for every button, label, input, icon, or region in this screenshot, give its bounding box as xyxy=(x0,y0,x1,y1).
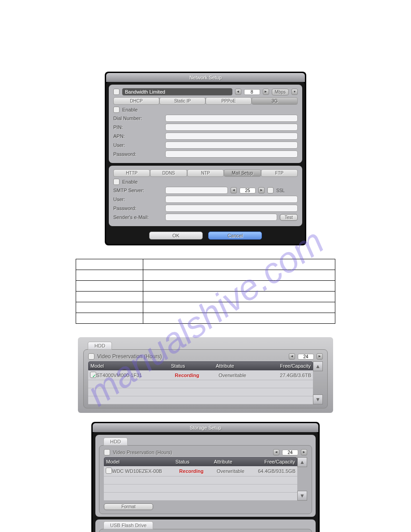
dial-input[interactable] xyxy=(165,115,298,122)
connection-tabs: DHCP Static IP PPPoE 3G xyxy=(113,97,298,105)
cancel-button[interactable]: Cancel xyxy=(208,232,262,240)
enable-mail-checkbox[interactable] xyxy=(113,179,120,185)
description-table xyxy=(76,259,335,324)
scroll-down[interactable]: ▼ xyxy=(297,491,307,501)
format-button[interactable]: Format xyxy=(104,503,153,510)
tab-ftp[interactable]: FTP xyxy=(261,169,298,177)
enable-mail-label: Enable xyxy=(122,179,171,184)
scroll-up[interactable]: ▲ xyxy=(297,457,307,467)
bandwidth-dropdown[interactable]: ▾ xyxy=(291,89,298,95)
user-3g-input[interactable] xyxy=(165,142,298,149)
ok-button[interactable]: OK xyxy=(149,232,203,240)
smtp-input[interactable] xyxy=(165,187,228,194)
apn-label: APN: xyxy=(113,133,163,139)
mail-user-input[interactable] xyxy=(165,196,298,203)
pres2-label: Video Preservation (Hours) xyxy=(113,450,270,455)
bandwidth-up[interactable]: ► xyxy=(263,89,269,95)
service-tabs: HTTP DDNS NTP Mail Setup FTP xyxy=(113,169,298,177)
scroll-down[interactable]: ▼ xyxy=(313,395,323,404)
bandwidth-value: 8 xyxy=(244,89,260,95)
scroll-up[interactable]: ▲ xyxy=(313,361,323,371)
enable-3g-label: Enable xyxy=(122,107,171,112)
empty-row xyxy=(88,380,313,388)
tab-ntp[interactable]: NTP xyxy=(187,169,224,177)
bandwidth-label: Bandwidth Limited xyxy=(122,88,232,95)
port-up[interactable]: ► xyxy=(258,187,265,193)
pw-3g-input[interactable] xyxy=(165,150,298,158)
pres-down[interactable]: ◄ xyxy=(289,353,295,360)
storage-title: Storage Setup xyxy=(93,423,318,432)
bandwidth-unit: Mbps xyxy=(272,89,289,95)
tab-http[interactable]: HTTP xyxy=(113,169,150,177)
bandwidth-down[interactable]: ◄ xyxy=(235,89,241,95)
pin-input[interactable] xyxy=(165,124,298,131)
pres2-value: 24 xyxy=(282,450,298,455)
hdd-table-header: Model Status Attribute Free/Capacity xyxy=(88,361,313,370)
tab-ddns[interactable]: DDNS xyxy=(150,169,187,177)
storage-hdd-row[interactable]: WDC WD10EZEX-00B Recording Overwritable … xyxy=(104,466,297,476)
network-setup-dialog: Network Setup Bandwidth Limited ◄ 8 ► Mb… xyxy=(105,72,306,245)
pres2-checkbox[interactable] xyxy=(104,449,110,455)
empty-row xyxy=(104,476,297,485)
dial-label: Dial Number: xyxy=(113,116,163,121)
empty-row xyxy=(88,388,313,396)
ssl-label: SSL xyxy=(276,188,285,193)
tab-pppoe[interactable]: PPPoE xyxy=(206,97,252,105)
pw-3g-label: Password: xyxy=(113,151,163,157)
hdd-row[interactable]: ST4000VM000-1F31 Recording Overwritable … xyxy=(88,370,313,380)
pres-up[interactable]: ► xyxy=(317,353,323,360)
tab-dhcp[interactable]: DHCP xyxy=(113,97,159,105)
preservation-label: Video Preservation (Hours) xyxy=(97,353,286,360)
usb-tab[interactable]: USB Flash Drive xyxy=(103,521,153,529)
ssl-checkbox[interactable] xyxy=(267,187,274,193)
bandwidth-checkbox[interactable] xyxy=(113,89,120,95)
sender-input[interactable] xyxy=(165,214,277,221)
empty-row xyxy=(104,493,297,501)
mail-pw-label: Password: xyxy=(113,206,163,211)
tab-static-ip[interactable]: Static IP xyxy=(159,97,206,105)
smtp-label: SMTP Server: xyxy=(113,188,163,193)
empty-row xyxy=(104,485,297,493)
pres-value: 24 xyxy=(298,354,314,360)
storage-setup-dialog: Storage Setup HDD Video Preservation (Ho… xyxy=(91,422,320,532)
pres2-down[interactable]: ◄ xyxy=(273,449,279,455)
hdd-tab[interactable]: HDD xyxy=(88,342,112,350)
pin-label: PIN: xyxy=(113,124,163,130)
user-3g-label: User: xyxy=(113,142,163,148)
storage-hdd-header: Model Status Attribute Free/Capacity xyxy=(104,457,297,466)
port-down[interactable]: ◄ xyxy=(231,187,237,193)
preservation-checkbox[interactable] xyxy=(88,353,94,360)
port-value: 25 xyxy=(240,188,256,193)
tab-mail[interactable]: Mail Setup xyxy=(224,169,261,177)
mail-pw-input[interactable] xyxy=(165,205,298,212)
sender-label: Sender's e-Mail: xyxy=(113,215,163,220)
tab-3g[interactable]: 3G xyxy=(252,97,298,105)
apn-input[interactable] xyxy=(165,133,298,140)
test-button[interactable]: Test xyxy=(280,214,298,221)
pres2-up[interactable]: ► xyxy=(301,449,307,455)
dialog-title: Network Setup xyxy=(106,73,305,82)
empty-row xyxy=(88,396,313,404)
hdd-block: HDD Video Preservation (Hours) ◄ 24 ► Mo… xyxy=(78,337,333,413)
enable-3g-checkbox[interactable] xyxy=(113,107,120,113)
mail-user-label: User: xyxy=(113,197,163,202)
storage-hdd-tab[interactable]: HDD xyxy=(103,438,128,446)
